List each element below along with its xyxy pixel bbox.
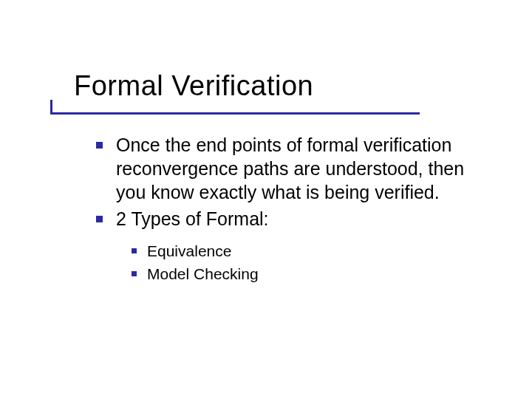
slide: Formal Verification Once the end points …	[0, 0, 532, 399]
sub-bullet-text: Model Checking	[147, 264, 259, 284]
sub-bullet-item: Model Checking	[132, 264, 480, 284]
bullet-item: 2 Types of Formal:	[96, 207, 480, 231]
bullet-text: 2 Types of Formal:	[116, 207, 269, 231]
square-bullet-icon	[132, 271, 137, 276]
bullet-item: Once the end points of formal verificati…	[96, 133, 480, 204]
square-bullet-icon	[132, 248, 137, 253]
square-bullet-icon	[96, 142, 103, 149]
bullet-text: Once the end points of formal verificati…	[116, 133, 480, 204]
slide-body: Once the end points of formal verificati…	[96, 133, 480, 287]
sub-bullet-item: Equivalence	[132, 241, 480, 261]
sub-bullet-group: Equivalence Model Checking	[132, 241, 480, 284]
accent-line	[50, 112, 420, 115]
sub-bullet-text: Equivalence	[147, 241, 231, 261]
square-bullet-icon	[96, 216, 103, 222]
slide-title: Formal Verification	[74, 70, 313, 102]
